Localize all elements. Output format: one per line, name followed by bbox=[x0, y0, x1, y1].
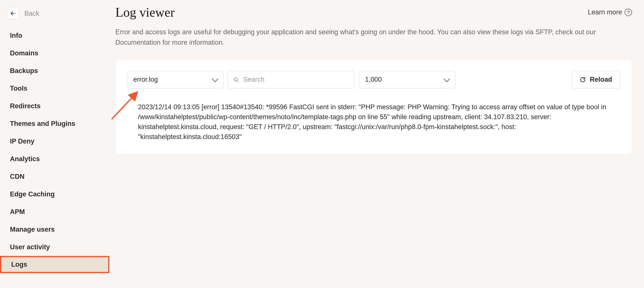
back-row: Back bbox=[0, 7, 110, 27]
sidebar-item-label: User activity bbox=[10, 243, 50, 251]
learn-more-label: Learn more bbox=[588, 8, 622, 16]
line-count-value: 1,000 bbox=[365, 76, 382, 83]
sidebar-item-label: Tools bbox=[10, 85, 27, 92]
sidebar-item-label: Redirects bbox=[10, 102, 40, 110]
nav-list: Info Domains Backups Tools Redirects The… bbox=[0, 27, 110, 273]
sidebar-item-label: CDN bbox=[10, 173, 24, 180]
sidebar-item-edge-caching[interactable]: Edge Caching bbox=[3, 185, 106, 203]
learn-more-link[interactable]: Learn more ? bbox=[588, 8, 632, 16]
sidebar-item-themes-plugins[interactable]: Themes and Plugins bbox=[3, 115, 106, 133]
sidebar-item-label: Edge Caching bbox=[10, 190, 55, 198]
sidebar: Back Info Domains Backups Tools Redirect… bbox=[0, 0, 110, 288]
search-icon bbox=[233, 77, 239, 82]
chevron-down-icon bbox=[212, 76, 218, 82]
log-viewer-card: error.log 1,000 Reload bbox=[115, 59, 632, 155]
sidebar-item-logs[interactable]: Logs bbox=[0, 256, 110, 273]
sidebar-item-label: Logs bbox=[11, 261, 27, 268]
arrow-left-icon bbox=[10, 10, 16, 16]
sidebar-item-analytics[interactable]: Analytics bbox=[3, 150, 106, 168]
sidebar-item-user-activity[interactable]: User activity bbox=[3, 238, 106, 256]
reload-label: Reload bbox=[590, 76, 612, 83]
reload-icon bbox=[580, 77, 586, 83]
controls-row: error.log 1,000 Reload bbox=[127, 71, 620, 88]
log-file-select[interactable]: error.log bbox=[127, 71, 224, 88]
sidebar-item-label: Manage users bbox=[10, 226, 55, 233]
sidebar-item-label: IP Deny bbox=[10, 138, 34, 145]
sidebar-item-domains[interactable]: Domains bbox=[3, 44, 106, 62]
chevron-down-icon bbox=[444, 76, 450, 82]
main-content: Log viewer Learn more ? Error and access… bbox=[110, 0, 644, 288]
search-input[interactable] bbox=[243, 76, 349, 83]
sidebar-item-apm[interactable]: APM bbox=[3, 203, 106, 221]
page-description: Error and access logs are useful for deb… bbox=[115, 27, 632, 48]
log-entry: 2023/12/14 09:13:05 [error] 13540#13540:… bbox=[127, 102, 620, 142]
back-button[interactable] bbox=[7, 7, 19, 19]
sidebar-item-label: Domains bbox=[10, 49, 38, 57]
svg-line-3 bbox=[237, 80, 238, 82]
back-label: Back bbox=[24, 10, 39, 17]
sidebar-item-ip-deny[interactable]: IP Deny bbox=[3, 133, 106, 150]
sidebar-item-cdn[interactable]: CDN bbox=[3, 168, 106, 185]
sidebar-item-manage-users[interactable]: Manage users bbox=[3, 221, 106, 238]
sidebar-item-info[interactable]: Info bbox=[3, 27, 106, 44]
help-icon: ? bbox=[624, 9, 632, 16]
reload-button[interactable]: Reload bbox=[572, 71, 620, 88]
search-input-wrapper bbox=[228, 71, 355, 88]
sidebar-item-redirects[interactable]: Redirects bbox=[3, 97, 106, 115]
sidebar-item-tools[interactable]: Tools bbox=[3, 80, 106, 97]
sidebar-item-label: Analytics bbox=[10, 155, 40, 163]
header-row: Log viewer Learn more ? bbox=[115, 5, 632, 20]
page-title: Log viewer bbox=[115, 5, 174, 20]
line-count-select[interactable]: 1,000 bbox=[359, 71, 455, 88]
sidebar-item-label: APM bbox=[10, 208, 25, 216]
sidebar-item-label: Info bbox=[10, 32, 22, 39]
log-file-select-value: error.log bbox=[133, 76, 158, 83]
sidebar-item-backups[interactable]: Backups bbox=[3, 62, 106, 80]
sidebar-item-label: Themes and Plugins bbox=[10, 120, 75, 127]
sidebar-item-label: Backups bbox=[10, 67, 38, 74]
